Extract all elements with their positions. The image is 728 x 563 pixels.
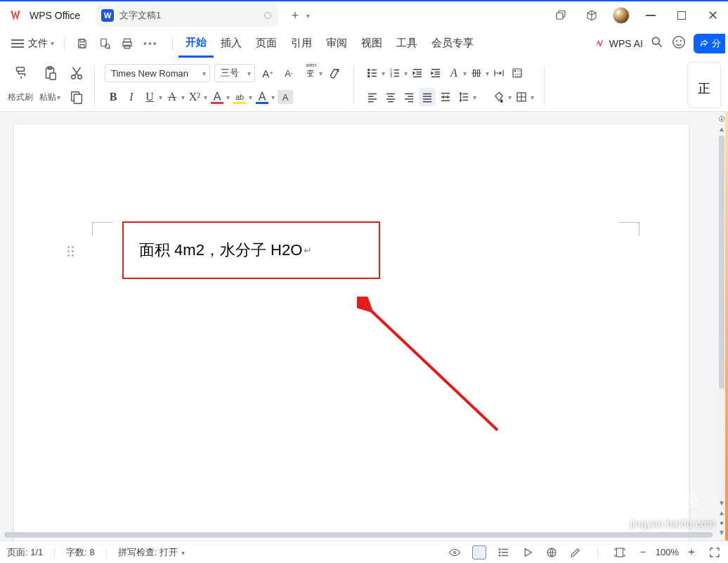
italic-button[interactable]: I (123, 88, 140, 106)
svg-rect-1 (80, 39, 84, 42)
tab-start[interactable]: 开始 (178, 30, 214, 58)
show-marks-icon[interactable] (509, 64, 526, 82)
superscript-button[interactable]: X²▾ (186, 88, 207, 106)
user-avatar[interactable] (613, 7, 630, 24)
next-page-icon[interactable]: ▼ (718, 529, 725, 536)
align-right-icon[interactable] (401, 88, 417, 106)
tab-reference[interactable]: 引用 (284, 30, 319, 58)
scroll-down-icon[interactable]: ▼ (718, 500, 725, 507)
tab-review[interactable]: 审阅 (319, 30, 354, 58)
number-list-button[interactable]: 123▾ (386, 64, 408, 82)
svg-line-29 (370, 309, 498, 430)
multi-window-icon[interactable] (551, 6, 571, 25)
tab-member[interactable]: 会员专享 (424, 30, 481, 58)
format-painter-icon[interactable] (13, 65, 28, 81)
decrease-font-icon[interactable]: A- (280, 64, 297, 82)
increase-font-icon[interactable]: A+ (259, 64, 276, 82)
spellcheck-status[interactable]: 拼写检查: 打开 ▾ (118, 546, 185, 559)
text-effects-button[interactable]: A▾ (446, 64, 467, 82)
font-size-select[interactable]: ▾ (214, 64, 255, 82)
border-button[interactable]: ▾ (513, 88, 534, 106)
char-shading-button[interactable]: A (276, 88, 294, 106)
highlight-button[interactable]: ab▾ (231, 88, 252, 106)
page-view-icon[interactable] (472, 545, 486, 559)
right-side-panel-strip[interactable] (725, 112, 728, 541)
strikethrough-button[interactable]: A▾ (164, 88, 185, 106)
bullet-list-button[interactable]: ▾ (364, 64, 385, 82)
prev-page-icon[interactable]: ▲ (718, 510, 725, 517)
window-minimize-button[interactable] (641, 6, 661, 25)
paragraph-mark-icon: ↵ (304, 245, 312, 256)
line-spacing-button[interactable]: ▾ (455, 88, 476, 106)
align-center-icon[interactable] (382, 88, 399, 106)
svg-rect-15 (50, 73, 56, 79)
browse-object-icon[interactable]: ● (720, 519, 724, 526)
zoom-level[interactable]: 100% (656, 547, 679, 557)
phonetic-guide-icon[interactable]: wén变▾ (301, 64, 323, 82)
paste-icon[interactable] (42, 65, 58, 81)
file-menu[interactable]: 文件 ▾ (28, 37, 54, 50)
document-tab[interactable]: W 文字文稿1 (96, 4, 278, 27)
align-left-icon[interactable] (364, 88, 381, 106)
svg-rect-7 (124, 45, 130, 48)
svg-text:3: 3 (390, 74, 392, 78)
new-tab-dropdown[interactable]: ▾ (306, 12, 310, 20)
document-page[interactable]: 面积 4m2，水分子 H2O↵ (14, 124, 689, 541)
save-icon[interactable] (76, 37, 89, 50)
window-close-button[interactable]: ✕ (703, 6, 722, 25)
cube-icon[interactable] (582, 6, 602, 25)
feedback-icon[interactable] (671, 34, 687, 52)
print-icon[interactable] (121, 37, 134, 50)
word-count[interactable]: 字数: 8 (66, 546, 94, 559)
page-indicator[interactable]: 页面: 1/1 (7, 546, 43, 559)
file-menu-label: 文件 (28, 37, 48, 50)
font-family-select[interactable]: ▾ (105, 64, 210, 82)
web-layout-icon[interactable] (545, 546, 558, 559)
tab-stop-icon[interactable] (490, 64, 507, 82)
clear-format-icon[interactable] (327, 64, 344, 82)
scroll-up-icon[interactable]: ▲ (718, 126, 725, 133)
new-tab-button[interactable]: + (288, 8, 302, 23)
fit-page-icon[interactable] (613, 546, 626, 559)
char-spacing-button[interactable]: ▾ (468, 64, 489, 82)
play-icon[interactable] (521, 546, 534, 559)
wps-ai-button[interactable]: WPS AI (594, 38, 643, 49)
hamburger-icon[interactable] (11, 39, 24, 48)
copy-icon[interactable] (69, 89, 84, 105)
document-text[interactable]: 面积 4m2，水分子 H2O (139, 240, 302, 261)
font-color-button[interactable]: A▾ (209, 88, 230, 106)
tab-tools[interactable]: 工具 (389, 30, 424, 58)
tab-close-icon[interactable] (264, 12, 271, 19)
horizontal-scrollbar[interactable] (4, 531, 713, 539)
zoom-in-icon[interactable]: ＋ (686, 545, 697, 559)
print-preview-icon[interactable] (98, 37, 111, 50)
tab-page[interactable]: 页面 (249, 30, 284, 58)
zoom-control[interactable]: － 100% ＋ (637, 545, 697, 559)
fullscreen-icon[interactable] (708, 546, 721, 559)
paste-label[interactable]: 粘贴▾ (37, 91, 63, 103)
underline-button[interactable]: U▾ (141, 88, 162, 106)
share-button[interactable]: 分 (694, 34, 725, 53)
pen-icon[interactable] (569, 546, 582, 559)
drag-handle-icon[interactable] (67, 246, 79, 257)
more-icon[interactable]: ••• (143, 38, 158, 49)
tab-insert[interactable]: 插入 (214, 30, 249, 58)
bold-button[interactable]: B (105, 88, 122, 106)
scroll-collapse-icon[interactable]: ⦿ (718, 116, 725, 123)
align-justify-icon[interactable] (419, 88, 436, 106)
cut-icon[interactable] (69, 65, 84, 81)
format-painter-label[interactable]: 格式刷 (7, 91, 34, 103)
tab-view[interactable]: 视图 (354, 30, 389, 58)
read-mode-icon[interactable] (448, 546, 461, 559)
styles-pane-button[interactable]: 正 (687, 62, 721, 108)
shading-button[interactable]: ▾ (490, 88, 512, 106)
distribute-icon[interactable] (437, 88, 454, 106)
font-color2-button[interactable]: A▾ (254, 88, 275, 106)
increase-indent-icon[interactable] (427, 64, 444, 82)
outline-view-icon[interactable] (498, 546, 510, 559)
zoom-out-icon[interactable]: － (637, 545, 649, 559)
annotation-arrow-icon (357, 297, 512, 444)
window-maximize-button[interactable] (672, 6, 691, 25)
search-icon[interactable] (650, 35, 664, 51)
decrease-indent-icon[interactable] (409, 64, 426, 82)
